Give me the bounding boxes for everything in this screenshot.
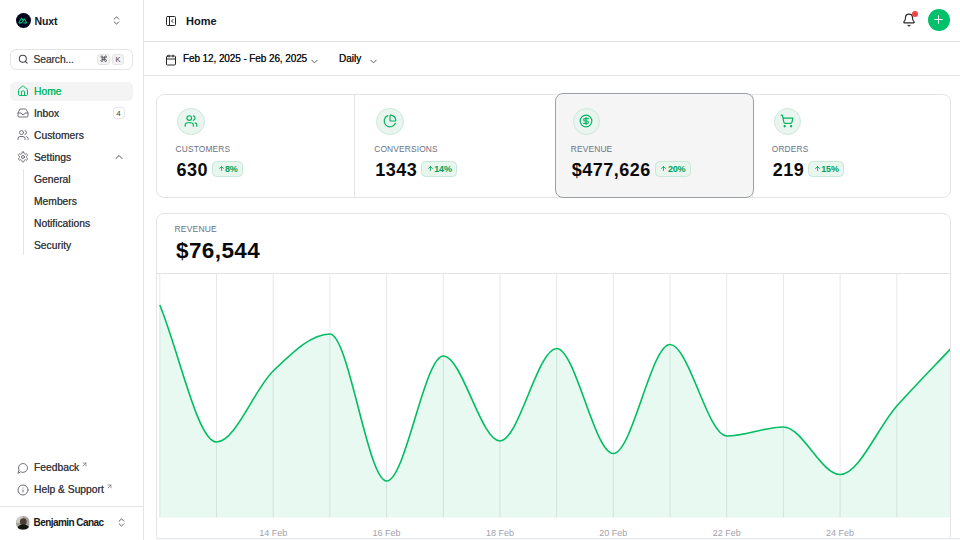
svg-text:16 Feb: 16 Feb bbox=[372, 528, 400, 538]
svg-text:20 Feb: 20 Feb bbox=[599, 528, 627, 538]
svg-text:14 Feb: 14 Feb bbox=[259, 528, 287, 538]
svg-text:22 Feb: 22 Feb bbox=[712, 528, 740, 538]
svg-text:24 Feb: 24 Feb bbox=[826, 528, 854, 538]
svg-text:18 Feb: 18 Feb bbox=[485, 528, 513, 538]
